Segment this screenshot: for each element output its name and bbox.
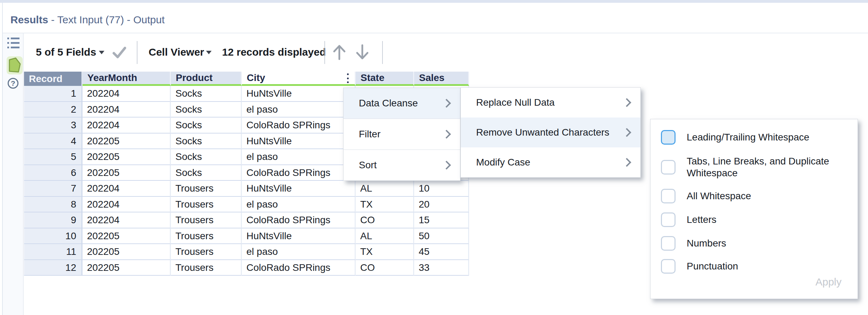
cell-city[interactable]: ColoRado SPRings bbox=[242, 165, 356, 181]
option-letters[interactable]: Letters bbox=[661, 210, 717, 229]
cell-product[interactable]: Socks bbox=[171, 118, 242, 134]
cell-city[interactable]: HuNtsVille bbox=[242, 228, 356, 244]
cell-state[interactable]: AL bbox=[356, 181, 414, 197]
menu-item-modify-case[interactable]: Modify Case bbox=[461, 147, 640, 177]
cell-record[interactable]: 9 bbox=[24, 212, 82, 228]
option-all-whitespace[interactable]: All Whitespace bbox=[661, 187, 751, 205]
scroll-down-icon[interactable] bbox=[354, 44, 370, 60]
checkbox-leading-trailing-whitespace[interactable] bbox=[661, 130, 676, 145]
cell-sales[interactable]: 33 bbox=[414, 260, 469, 276]
scroll-up-icon[interactable] bbox=[331, 44, 347, 60]
toolbar-separator bbox=[137, 41, 137, 64]
option-tabs-line-breaks-duplicate-whitespace[interactable]: Tabs, Line Breaks, and Duplicate Whitesp… bbox=[661, 152, 850, 183]
menu-item-data-cleanse[interactable]: Data Cleanse bbox=[344, 88, 460, 119]
cell-product[interactable]: Trousers bbox=[171, 181, 242, 197]
menu-item-replace-null-data[interactable]: Replace Null Data bbox=[461, 88, 640, 118]
help-icon[interactable]: ? bbox=[8, 78, 18, 89]
metadata-list-icon[interactable] bbox=[7, 38, 19, 48]
column-header-record[interactable]: Record bbox=[24, 72, 82, 86]
cell-record[interactable]: 8 bbox=[24, 197, 82, 213]
cell-product[interactable]: Socks bbox=[171, 102, 242, 118]
cell-sales[interactable]: 20 bbox=[414, 197, 469, 213]
cell-yearmonth[interactable]: 202204 bbox=[82, 197, 171, 213]
cell-record[interactable]: 12 bbox=[24, 260, 82, 276]
cell-state[interactable]: AL bbox=[356, 228, 414, 244]
cell-state[interactable]: CO bbox=[356, 212, 414, 228]
cell-viewer-dropdown[interactable]: Cell Viewer bbox=[149, 45, 204, 60]
option-leading-trailing-whitespace[interactable]: Leading/Trailing Whitespace bbox=[661, 128, 809, 146]
cell-city[interactable]: el paso bbox=[242, 244, 356, 260]
checkbox-all-whitespace[interactable] bbox=[661, 189, 676, 203]
cell-city[interactable]: HuNtsVille bbox=[242, 181, 356, 197]
submenu-chevron-icon bbox=[442, 99, 451, 107]
cell-record[interactable]: 3 bbox=[24, 118, 82, 134]
cell-product[interactable]: Trousers bbox=[171, 244, 242, 260]
apply-button[interactable]: Apply bbox=[815, 272, 842, 292]
cell-yearmonth[interactable]: 202205 bbox=[82, 165, 171, 181]
column-menu-kebab-icon[interactable] bbox=[347, 73, 349, 83]
cell-yearmonth[interactable]: 202204 bbox=[82, 86, 171, 102]
menu-item-label: Modify Case bbox=[476, 157, 530, 168]
cell-state[interactable]: TX bbox=[356, 197, 414, 213]
cell-yearmonth[interactable]: 202205 bbox=[82, 134, 171, 150]
checkbox-numbers[interactable] bbox=[661, 236, 676, 251]
menu-item-remove-unwanted-characters[interactable]: Remove Unwanted Characters bbox=[461, 118, 640, 147]
cell-record[interactable]: 5 bbox=[24, 149, 82, 165]
cell-yearmonth[interactable]: 202204 bbox=[82, 181, 171, 197]
cell-sales[interactable]: 50 bbox=[414, 228, 469, 244]
cell-city[interactable]: ColoRado SPRings bbox=[242, 212, 356, 228]
cell-city[interactable]: ColoRado SPRings bbox=[242, 118, 356, 134]
cell-sales[interactable]: 45 bbox=[414, 244, 469, 260]
column-header-city[interactable]: City bbox=[242, 72, 356, 86]
checkbox-punctuation[interactable] bbox=[661, 259, 676, 274]
cell-product[interactable]: Socks bbox=[171, 149, 242, 165]
cell-state[interactable]: TX bbox=[356, 244, 414, 260]
cell-city[interactable]: HuNtsVille bbox=[242, 86, 356, 102]
cell-product[interactable]: Trousers bbox=[171, 197, 242, 213]
cell-product[interactable]: Socks bbox=[171, 134, 242, 150]
cell-yearmonth[interactable]: 202205 bbox=[82, 149, 171, 165]
cell-state[interactable]: CO bbox=[356, 260, 414, 276]
option-numbers[interactable]: Numbers bbox=[661, 234, 726, 253]
cell-sales[interactable]: 15 bbox=[414, 212, 469, 228]
cell-yearmonth[interactable]: 202204 bbox=[82, 212, 171, 228]
cell-record[interactable]: 10 bbox=[24, 228, 82, 244]
cell-yearmonth[interactable]: 202204 bbox=[82, 102, 171, 118]
cell-record[interactable]: 1 bbox=[24, 86, 82, 102]
option-punctuation[interactable]: Punctuation bbox=[661, 257, 738, 276]
cell-city[interactable]: el paso bbox=[242, 197, 356, 213]
cell-sales[interactable]: 10 bbox=[414, 181, 469, 197]
cell-product[interactable]: Trousers bbox=[171, 228, 242, 244]
column-header-sales[interactable]: Sales bbox=[414, 72, 469, 86]
cell-product[interactable]: Socks bbox=[171, 165, 242, 181]
cell-product[interactable]: Trousers bbox=[171, 260, 242, 276]
cell-record[interactable]: 7 bbox=[24, 181, 82, 197]
cell-yearmonth[interactable]: 202204 bbox=[82, 118, 171, 134]
checkbox-letters[interactable] bbox=[661, 212, 676, 227]
cell-city[interactable]: el paso bbox=[242, 102, 356, 118]
column-header-state[interactable]: State bbox=[356, 72, 414, 86]
cell-yearmonth[interactable]: 202205 bbox=[82, 228, 171, 244]
fields-dropdown[interactable]: 5 of 5 Fields bbox=[36, 45, 96, 60]
cell-yearmonth[interactable]: 202205 bbox=[82, 260, 171, 276]
menu-item-sort[interactable]: Sort bbox=[344, 150, 460, 180]
apply-check-icon[interactable] bbox=[111, 45, 127, 60]
output-anchor-icon[interactable] bbox=[7, 56, 23, 74]
fields-caret-icon[interactable] bbox=[99, 51, 104, 54]
cell-record[interactable]: 11 bbox=[24, 244, 82, 260]
cell-city[interactable]: HuNtsVille bbox=[242, 134, 356, 150]
checkbox-tabs-line-breaks[interactable] bbox=[661, 160, 676, 175]
cell-yearmonth[interactable]: 202205 bbox=[82, 244, 171, 260]
menu-item-filter[interactable]: Filter bbox=[344, 119, 460, 150]
table-row: 8 202204 Trousers el paso TX 20 bbox=[24, 197, 469, 213]
column-header-yearmonth[interactable]: YearMonth bbox=[82, 72, 171, 86]
cell-city[interactable]: ColoRado SPRings bbox=[242, 260, 356, 276]
cell-record[interactable]: 6 bbox=[24, 165, 82, 181]
cell-record[interactable]: 2 bbox=[24, 102, 82, 118]
cell-product[interactable]: Trousers bbox=[171, 212, 242, 228]
cell-product[interactable]: Socks bbox=[171, 86, 242, 102]
cell-record[interactable]: 4 bbox=[24, 134, 82, 150]
cell-city[interactable]: el paso bbox=[242, 149, 356, 165]
column-header-product[interactable]: Product bbox=[171, 72, 242, 86]
cell-viewer-caret-icon[interactable] bbox=[206, 51, 212, 54]
